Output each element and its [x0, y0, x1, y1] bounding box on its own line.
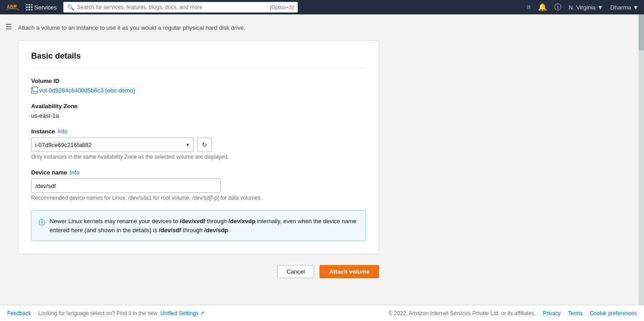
- services-label: Services: [34, 4, 57, 11]
- services-menu-button[interactable]: Services: [23, 2, 60, 13]
- attach-volume-button[interactable]: Attach volume: [320, 265, 379, 278]
- availability-zone-field: Availability Zone us-east-1a: [31, 103, 366, 119]
- search-bar[interactable]: 🔍 [Option+S]: [63, 2, 298, 13]
- availability-zone-value: us-east-1a: [31, 112, 366, 119]
- bold-xvdp: /dev/xvdp: [228, 218, 255, 225]
- instance-hint: Only instances in the same Availability …: [31, 154, 366, 160]
- help-icon[interactable]: ⓘ: [554, 4, 561, 11]
- footer-copyright: © 2022, Amazon Internet Services Private…: [389, 310, 536, 316]
- cookie-link[interactable]: Cookie preferences: [590, 310, 637, 316]
- instance-row: i-07d9ce69c216fa882 ▼ ↻: [31, 138, 366, 152]
- device-name-input[interactable]: [31, 179, 221, 193]
- info-box-text: Newer Linux kernels may rename your devi…: [50, 217, 358, 234]
- action-row: Cancel Attach volume: [18, 265, 379, 278]
- terminal-icon[interactable]: ⌗: [527, 4, 531, 11]
- availability-zone-label: Availability Zone: [31, 103, 366, 110]
- search-shortcut: [Option+S]: [270, 5, 294, 10]
- aws-logo: [5, 3, 20, 12]
- refresh-button[interactable]: ↻: [197, 138, 212, 152]
- device-name-hint: Recommended device names for Linux: /dev…: [31, 195, 366, 201]
- scrollbar[interactable]: [639, 14, 644, 321]
- bell-icon[interactable]: 🔔: [538, 4, 547, 11]
- info-box: i Newer Linux kernels may rename your de…: [31, 210, 366, 241]
- search-icon: 🔍: [67, 4, 74, 11]
- refresh-icon: ↻: [202, 141, 207, 148]
- page-subtitle: Attach a volume to an instance to use it…: [18, 24, 633, 31]
- form-card: Basic details Volume ID vol-0d9284c6400d…: [18, 40, 379, 254]
- copy-icon: [31, 87, 37, 94]
- footer: Feedback Looking for language select on?…: [0, 305, 644, 321]
- instance-field: Instance Info i-07d9ce69c216fa882 ▼ ↻ On…: [31, 128, 366, 160]
- privacy-link[interactable]: Privacy: [543, 310, 561, 316]
- unified-settings-link[interactable]: Unified Settings ↗: [159, 310, 204, 316]
- scrollbar-thumb[interactable]: [639, 14, 644, 50]
- device-name-label: Device name Info: [31, 169, 366, 176]
- device-name-info-link[interactable]: Info: [70, 169, 80, 176]
- search-input[interactable]: [77, 4, 268, 10]
- instance-select[interactable]: i-07d9ce69c216fa882: [31, 138, 194, 152]
- user-menu[interactable]: Dharma ▼: [610, 4, 639, 11]
- terms-link[interactable]: Terms: [568, 310, 583, 316]
- nav-right: ⌗ 🔔 ⓘ N. Virginia ▼ Dharma ▼: [527, 4, 639, 11]
- cancel-button[interactable]: Cancel: [277, 265, 314, 278]
- page-wrapper: ☰ Attach a volume to an instance to use …: [0, 14, 644, 321]
- instance-select-wrapper: i-07d9ce69c216fa882 ▼: [31, 138, 194, 152]
- bold-xvdf: /dev/xvdf: [180, 218, 205, 225]
- footer-links: Privacy Terms Cookie preferences: [543, 310, 637, 316]
- region-selector[interactable]: N. Virginia ▼: [569, 4, 603, 11]
- device-name-field: Device name Info Recommended device name…: [31, 169, 366, 201]
- section-title: Basic details: [31, 51, 366, 69]
- top-navigation: Services 🔍 [Option+S] ⌗ 🔔 ⓘ N. Virginia …: [0, 0, 644, 14]
- grid-icon: [26, 4, 32, 10]
- sidebar-toggle[interactable]: ☰: [5, 23, 12, 31]
- bold-sdp: /dev/sdp: [204, 227, 228, 234]
- volume-id-field: Volume ID vol-0d9284c6400d5b8c3 (ebs-dem…: [31, 78, 366, 94]
- volume-id-link[interactable]: vol-0d9284c6400d5b8c3 (ebs-demo): [31, 87, 366, 94]
- instance-info-link[interactable]: Info: [58, 128, 68, 135]
- footer-language-text: Looking for language select on? Find it …: [38, 310, 204, 316]
- instance-label: Instance Info: [31, 128, 366, 135]
- feedback-link[interactable]: Feedback: [7, 310, 31, 316]
- info-circle-icon: i: [39, 219, 45, 225]
- bold-sdf: /dev/sdf: [159, 227, 181, 234]
- volume-id-label: Volume ID: [31, 78, 366, 84]
- info-box-icon: i: [39, 217, 45, 234]
